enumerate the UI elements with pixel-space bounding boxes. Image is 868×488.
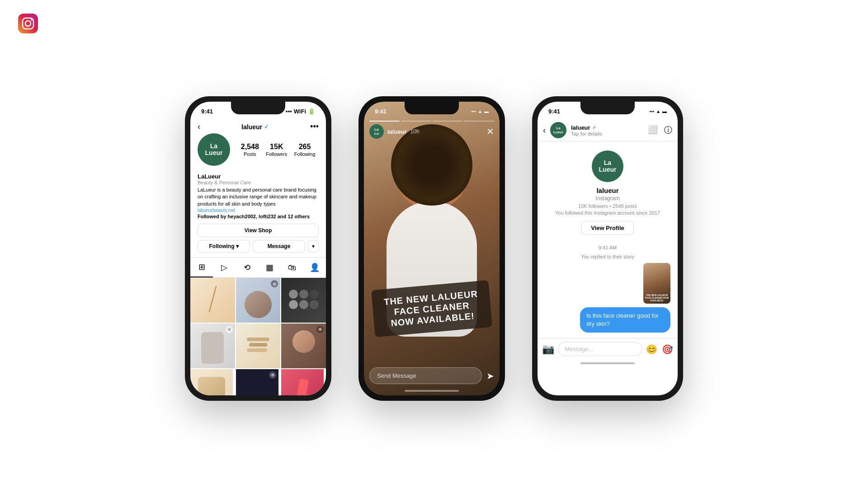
dm-input-bar: 📷 Message... 😊 🎯 [538,338,678,360]
profile-username-header: lalueur ✓ [241,123,269,131]
tab-igtv[interactable]: ▦ [258,258,281,277]
svg-point-3 [31,19,33,21]
status-icons-1: ▪▪▪ WiFi 🔋 [286,108,315,115]
battery-3: ▬ [662,109,667,114]
story-container: 9:41 ▪▪▪ ▲ ▬ [364,102,500,395]
dm-story-thumbnail: THE NEW LALUEUR FACE CLEANER NOW AVAILAB… [643,263,670,304]
dm-gif-icon[interactable]: 🎯 [662,344,673,355]
dm-tap-for-details: Tap for details [571,131,643,136]
dm-info-icon[interactable]: ⓘ [664,125,672,136]
dm-message-bubble: Is this face cleaner good for dry skin? [580,307,670,333]
grid-icon: ⊞ [198,262,205,272]
tab-tagged[interactable]: 👤 [303,258,326,277]
battery-2: ▬ [484,109,489,114]
dm-message-input[interactable]: Message... [558,342,642,356]
dm-reply-note: You replied to their story [545,254,670,259]
story-person-image [364,102,500,395]
dm-timestamp: 9:41 AM [545,245,670,250]
following-stat[interactable]: 265 Following [294,142,315,156]
profile-bio: LaLueur Beauty & Personal Care LaLueur i… [190,169,326,219]
story-bottom-bar: Send Message ➤ [369,367,494,384]
dm-messages-area: 9:41 AM You replied to their story THE N… [538,239,678,338]
grid-cell-8[interactable]: ⊕ [236,369,278,395]
time-1: 9:41 [201,108,213,115]
svg-rect-0 [18,14,38,33]
reels-icon: ▷ [221,263,227,272]
home-indicator-3 [538,360,678,366]
followers-stat[interactable]: 15K Followers [266,142,287,156]
dropdown-button[interactable]: ▾ [308,240,319,253]
story-close-button[interactable]: ✕ [486,126,494,137]
dm-profile-note: You followed this Instagram account sinc… [555,210,660,216]
dm-user-info: lalueur ✓ Tap for details [571,124,643,136]
time-2: 9:41 [375,108,387,115]
dm-profile-stats: 15K followers • 2548 posts [578,203,637,209]
grid-cell-7[interactable] [190,369,233,395]
story-user-avatar[interactable]: LaLu [369,124,384,139]
dm-username: lalueur ✓ [571,124,643,131]
tab-reels[interactable]: ▷ [213,258,236,277]
bio-link[interactable]: lalueurbeauty.net [198,207,319,213]
igtv-icon: ▦ [266,263,274,272]
profile-action-buttons: Following ▾ Message ▾ [190,240,326,257]
dm-profile-name: lalueur [596,187,618,194]
status-icons-3: ▪▪▪ ▲ ▬ [649,109,667,114]
story-thumb-overlay-text: THE NEW LALUEUR FACE CLEANER NOW AVAILAB… [644,294,670,302]
story-username: lalueur [387,128,407,135]
shop-icon: 🛍 [288,263,296,272]
grid-cell-4[interactable]: ⊕ [190,324,235,368]
grid-cell-3[interactable] [281,278,326,323]
bio-name: LaLueur [198,173,319,180]
dm-action-icons: ⬜ ⓘ [648,125,672,136]
home-indicator-2 [364,390,500,392]
battery-icon-1: 🔋 [308,108,315,115]
dm-video-icon[interactable]: ⬜ [648,125,658,136]
progress-3 [433,121,463,122]
story-top-bar: LaLu lalueur 10h ✕ [369,124,494,139]
dm-back-button[interactable]: ‹ [543,126,546,135]
following-button[interactable]: Following ▾ [198,240,250,253]
more-options-button[interactable]: ••• [310,122,319,131]
grid-cell-9[interactable] [281,369,324,395]
grid-cell-6[interactable]: ⊕ [281,324,326,368]
dm-verified: ✓ [592,125,596,131]
progress-1 [369,121,400,122]
wifi-icon-1: WiFi [294,108,306,115]
tab-collab[interactable]: ⟲ [236,258,258,277]
phone-profile: 9:41 ▪▪▪ WiFi 🔋 ‹ lalueur ✓ ••• La [185,96,331,401]
dm-message-row: Is this face cleaner good for dry skin? [545,307,670,333]
dm-camera-icon[interactable]: 📷 [542,343,554,355]
dm-sticker-icon[interactable]: 😊 [646,344,657,355]
back-button[interactable]: ‹ [198,122,200,131]
profile-header-bar: ‹ lalueur ✓ ••• [190,118,326,133]
notch-3 [580,102,635,114]
grid-cell-2[interactable]: ⊕ [236,278,281,323]
tagged-icon: 👤 [310,263,320,272]
dm-profile-platform: Instagram [595,195,619,202]
phone-story: 9:41 ▪▪▪ ▲ ▬ [359,96,505,401]
dm-emoji-buttons: 😊 🎯 [646,344,673,355]
message-button[interactable]: Message [253,240,305,253]
story-message-input[interactable]: Send Message [369,367,482,384]
home-bar-2 [405,390,459,392]
avatar-logo-text: LaLueur [205,143,223,157]
photo-grid: ⊕ [190,278,326,395]
story-send-button[interactable]: ➤ [486,371,494,381]
grid-cell-5[interactable] [236,324,281,368]
bio-category: Beauty & Personal Care [198,180,319,185]
dm-profile-avatar-text: LaLueur [599,160,617,174]
wifi-3: ▲ [656,109,660,114]
grid-cell-1[interactable] [190,278,235,323]
instagram-logo [18,14,38,33]
view-profile-button[interactable]: View Profile [581,221,633,235]
phone-dm: 9:41 ▪▪▪ ▲ ▬ ‹ LaLueur lalueur ✓ [532,96,683,401]
signal-2: ▪▪▪ [471,109,476,114]
view-shop-button[interactable]: View Shop [198,224,319,237]
tab-shop[interactable]: 🛍 [281,258,303,277]
tab-grid[interactable]: ⊞ [190,258,213,277]
bio-description: LaLueur is a beauty and personal care br… [198,187,319,207]
bio-followed-by: Followed by heyach2002, lofti232 and 12 … [198,214,319,219]
dm-header: ‹ LaLueur lalueur ✓ Tap for details ⬜ ⓘ [538,118,678,141]
verified-badge: ✓ [264,123,269,130]
dm-user-avatar[interactable]: LaLueur [550,122,566,138]
